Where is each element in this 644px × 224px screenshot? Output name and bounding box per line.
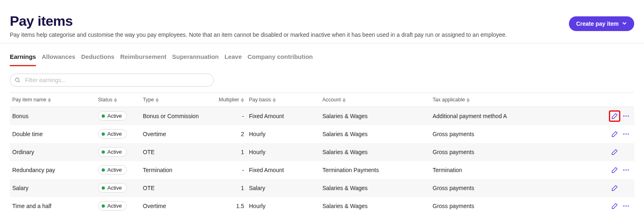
col-tax[interactable]: Tax applicable bbox=[430, 93, 585, 107]
cell-tax: Gross payments bbox=[430, 125, 585, 143]
status-dot-icon bbox=[102, 150, 105, 154]
svg-point-11 bbox=[626, 205, 627, 206]
status-pill: Active bbox=[98, 183, 127, 193]
cell-account: Termination Payments bbox=[320, 161, 430, 179]
edit-icon[interactable] bbox=[609, 200, 620, 212]
svg-point-1 bbox=[623, 115, 624, 116]
cell-name: Double time bbox=[10, 125, 95, 143]
cell-name: Ordinary bbox=[10, 143, 95, 161]
cell-name: Redundancy pay bbox=[10, 161, 95, 179]
edit-icon[interactable] bbox=[609, 128, 620, 140]
cell-type: Bonus or Commission bbox=[140, 107, 206, 125]
sort-icon bbox=[273, 98, 276, 103]
status-pill: Active bbox=[98, 147, 127, 157]
svg-point-6 bbox=[628, 133, 629, 134]
tab-superannuation[interactable]: Superannuation bbox=[172, 53, 219, 66]
cell-status: Active bbox=[95, 125, 140, 143]
svg-point-4 bbox=[623, 133, 624, 134]
more-icon[interactable] bbox=[620, 164, 632, 176]
col-type[interactable]: Type bbox=[140, 93, 206, 107]
edit-icon[interactable] bbox=[609, 182, 620, 194]
search-icon bbox=[15, 77, 20, 83]
filter-wrap bbox=[10, 74, 214, 87]
table-row: OrdinaryActiveOTE1HourlySalaries & Wages… bbox=[10, 143, 634, 161]
cell-actions bbox=[585, 197, 634, 215]
cell-basis: Fixed Amount bbox=[246, 161, 320, 179]
cell-status: Active bbox=[95, 143, 140, 161]
tab-allowances[interactable]: Allowances bbox=[42, 53, 76, 66]
status-pill: Active bbox=[98, 129, 127, 139]
svg-point-0 bbox=[16, 78, 19, 82]
edit-icon[interactable] bbox=[609, 146, 620, 158]
edit-icon[interactable] bbox=[609, 110, 620, 122]
cell-status: Active bbox=[95, 179, 140, 197]
status-dot-icon bbox=[102, 204, 105, 208]
cell-multiplier: 1.5 bbox=[206, 197, 246, 215]
cell-basis: Hourly bbox=[246, 143, 320, 161]
header-text-block: Pay items Pay items help categorise and … bbox=[10, 13, 507, 38]
cell-type: Overtime bbox=[140, 197, 206, 215]
cell-actions bbox=[585, 107, 634, 125]
cell-name: Salary bbox=[10, 179, 95, 197]
table-row: Double timeActiveOvertime2HourlySalaries… bbox=[10, 125, 634, 143]
status-pill: Active bbox=[98, 111, 127, 121]
cell-tax: Gross payments bbox=[430, 197, 585, 215]
cell-type: OTE bbox=[140, 179, 206, 197]
sort-icon bbox=[48, 98, 51, 103]
status-pill: Active bbox=[98, 165, 127, 175]
page-header: Pay items Pay items help categorise and … bbox=[0, 0, 644, 43]
pay-items-table: Pay item name Status Type Multiplier Pay… bbox=[10, 92, 634, 215]
cell-actions bbox=[585, 161, 634, 179]
cell-account: Salaries & Wages bbox=[320, 197, 430, 215]
cell-multiplier: 1 bbox=[206, 179, 246, 197]
cell-actions bbox=[585, 125, 634, 143]
svg-point-7 bbox=[623, 169, 624, 170]
col-multiplier[interactable]: Multiplier bbox=[206, 93, 246, 107]
cell-type: Overtime bbox=[140, 125, 206, 143]
filter-row bbox=[0, 66, 644, 92]
status-label: Active bbox=[107, 131, 122, 137]
tabs-bar: EarningsAllowancesDeductionsReimbursemen… bbox=[0, 43, 644, 66]
tab-earnings[interactable]: Earnings bbox=[10, 53, 36, 66]
table-row: SalaryActiveOTE1SalarySalaries & WagesGr… bbox=[10, 179, 634, 197]
cell-multiplier: - bbox=[206, 107, 246, 125]
status-label: Active bbox=[107, 167, 122, 173]
create-pay-item-button[interactable]: Create pay item bbox=[569, 16, 634, 31]
table-row: BonusActiveBonus or Commission-Fixed Amo… bbox=[10, 107, 634, 125]
cell-status: Active bbox=[95, 161, 140, 179]
cell-type: Termination bbox=[140, 161, 206, 179]
more-icon[interactable] bbox=[620, 128, 632, 140]
tab-leave[interactable]: Leave bbox=[224, 53, 242, 66]
col-basis[interactable]: Pay basis bbox=[246, 93, 320, 107]
edit-icon[interactable] bbox=[609, 164, 620, 176]
cell-multiplier: - bbox=[206, 161, 246, 179]
tab-company-contribution[interactable]: Company contribution bbox=[248, 53, 313, 66]
svg-point-8 bbox=[626, 169, 627, 170]
cell-name: Bonus bbox=[10, 107, 95, 125]
cell-status: Active bbox=[95, 107, 140, 125]
more-icon[interactable] bbox=[620, 200, 632, 212]
status-label: Active bbox=[107, 149, 122, 155]
more-icon[interactable] bbox=[620, 110, 632, 122]
page-description: Pay items help categorise and customise … bbox=[10, 31, 507, 38]
status-label: Active bbox=[107, 185, 122, 191]
col-account[interactable]: Account bbox=[320, 93, 430, 107]
cell-type: OTE bbox=[140, 143, 206, 161]
svg-point-5 bbox=[626, 133, 627, 134]
col-name[interactable]: Pay item name bbox=[10, 93, 95, 107]
cell-multiplier: 1 bbox=[206, 143, 246, 161]
tab-deductions[interactable]: Deductions bbox=[81, 53, 115, 66]
table-row: Time and a halfActiveOvertime1.5HourlySa… bbox=[10, 197, 634, 215]
cell-actions bbox=[585, 143, 634, 161]
sort-icon bbox=[342, 98, 346, 103]
create-button-label: Create pay item bbox=[576, 20, 619, 27]
table-row: Redundancy payActiveTermination-Fixed Am… bbox=[10, 161, 634, 179]
col-status[interactable]: Status bbox=[95, 93, 140, 107]
status-dot-icon bbox=[102, 186, 105, 190]
tab-reimbursement[interactable]: Reimbursement bbox=[120, 53, 166, 66]
svg-point-3 bbox=[628, 115, 629, 116]
cell-name: Time and a half bbox=[10, 197, 95, 215]
cell-account: Salaries & Wages bbox=[320, 125, 430, 143]
filter-earnings-input[interactable] bbox=[10, 74, 214, 87]
sort-icon bbox=[114, 98, 117, 103]
